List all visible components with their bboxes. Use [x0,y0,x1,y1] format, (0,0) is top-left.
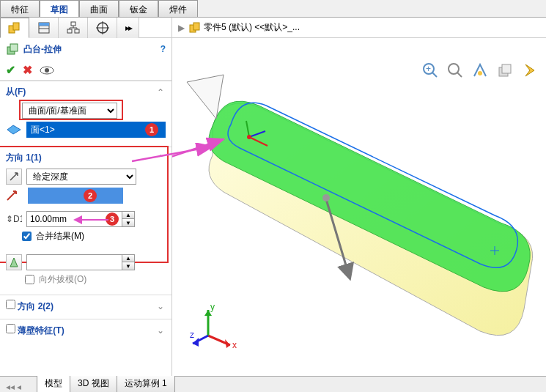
tab-scroll-left[interactable]: ◂◂ ◂ [6,382,21,392]
reverse-direction-icon[interactable] [6,169,22,185]
graphics-viewport[interactable]: + [172,38,546,376]
direction-arrow-icon[interactable] [6,190,21,201]
svg-point-35 [247,135,251,139]
direction-reference-field[interactable] [28,188,123,204]
axis-x-label: x [232,340,237,350]
spin-down[interactable]: ▼ [122,262,134,270]
spin-up[interactable]: ▲ [122,212,134,219]
section-thin[interactable]: 薄壁特征(T) ⌄ [0,319,171,343]
preview-icon[interactable] [40,65,54,75]
draft-spinner[interactable]: ▲▼ [26,254,135,270]
svg-rect-6 [71,22,75,26]
svg-rect-5 [39,23,49,26]
dir2-checkbox[interactable] [6,300,15,309]
svg-rect-7 [67,29,72,33]
section-direction2[interactable]: 方向 2(2) ⌄ [0,295,171,319]
merge-result-checkbox[interactable] [22,232,32,241]
tab-sheetmetal[interactable]: 钣金 [119,0,158,17]
ribbon-tabs: 特征 草图 曲面 钣金 焊件 [0,0,546,18]
part-icon [188,21,201,34]
ok-button[interactable]: ✔ [6,63,15,77]
thin-label: 薄壁特征(T) [18,325,64,336]
crosshair-icon [95,21,110,34]
svg-rect-8 [75,29,79,33]
cancel-button[interactable]: ✖ [23,63,32,77]
svg-rect-19 [10,44,18,51]
thin-checkbox[interactable] [6,324,15,333]
tab-motion[interactable]: 运动算例 1 [117,374,175,392]
svg-text:⇕D1: ⇕D1 [6,214,22,224]
tab-features[interactable]: 特征 [0,0,40,17]
expand-icon[interactable]: ⌄ [157,325,164,336]
breadcrumb-text[interactable]: 零件5 (默认) <<默认>_... [204,21,300,34]
svg-point-21 [45,68,49,73]
depth-dim-icon: ⇕D1 [6,213,22,225]
panel-tab-dim[interactable] [88,18,117,38]
axis-y-label: y [210,303,215,312]
section-from: 从(F) ⌃ 曲面/面/基准面 面<1> 1 [0,81,171,147]
feature-tree-icon [7,21,22,34]
tab-model[interactable]: 模型 [37,374,70,392]
draft-icon[interactable] [6,254,22,270]
face-select-icon[interactable] [6,123,22,136]
breadcrumb-row: ▸▸ ▶ 零件5 (默认) <<默认>_... [0,18,546,38]
view-triad: x y z [190,303,241,354]
panel-tab-config[interactable] [59,18,88,38]
tab-3dview[interactable]: 3D 视图 [70,374,117,392]
breadcrumb: ▶ 零件5 (默认) <<默认>_... [172,21,306,34]
axis-z-label: z [190,330,194,340]
bottom-tab-strip: ◂◂ ◂ 模型 3D 视图 运动算例 1 [0,376,546,392]
chevron-right-icon[interactable]: ▶ [178,23,185,33]
end-condition-combo[interactable]: 给定深度 [26,169,136,185]
panel-tab-property[interactable] [29,18,59,38]
chevron-right-icon: ▸▸ [125,23,131,33]
spin-up[interactable]: ▲ [122,255,134,262]
hierarchy-icon [66,21,81,34]
collapse-icon[interactable]: ⌃ [157,153,164,163]
panel-tab-more[interactable]: ▸▸ [117,18,139,38]
tab-surface[interactable]: 曲面 [79,0,119,17]
from-combo[interactable]: 曲面/面/基准面 [22,103,117,119]
selected-face-text: 面<1> [31,124,55,136]
spin-down[interactable]: ▼ [122,219,134,226]
svg-rect-17 [193,23,199,30]
svg-rect-1 [13,23,19,30]
feature-title: 凸台-拉伸 [23,43,62,56]
property-manager: 凸台-拉伸 ? ✔ ✖ 从(F) ⌃ 曲面/面/基准面 面<1> [0,38,172,376]
svg-point-37 [322,194,330,201]
panel-tab-feature[interactable] [0,18,29,38]
draft-outward-label: 向外拔模(O) [39,273,86,286]
badge-3: 3 [106,212,119,226]
dir1-label: 方向 1(1) [6,152,166,164]
draft-outward-checkbox[interactable] [25,275,34,284]
property-icon [37,21,51,34]
from-label: 从(F) [6,86,166,98]
tab-sketch[interactable]: 草图 [40,0,79,17]
badge-2: 2 [84,189,97,202]
merge-result-label: 合并结果(M) [36,230,84,243]
help-icon[interactable]: ? [161,44,166,54]
extrude-icon [6,42,19,56]
tab-weldment[interactable]: 焊件 [158,0,198,17]
section-direction1: 方向 1(1) ⌃ 给定深度 2 ⇕D1 ▲▼ [0,147,171,251]
expand-icon[interactable]: ⌄ [157,301,164,311]
dir2-label: 方向 2(2) [18,301,54,311]
badge-1: 1 [145,123,158,136]
collapse-icon[interactable]: ⌃ [157,87,164,97]
panel-tab-strip: ▸▸ [0,18,172,38]
draft-input[interactable] [26,254,122,270]
